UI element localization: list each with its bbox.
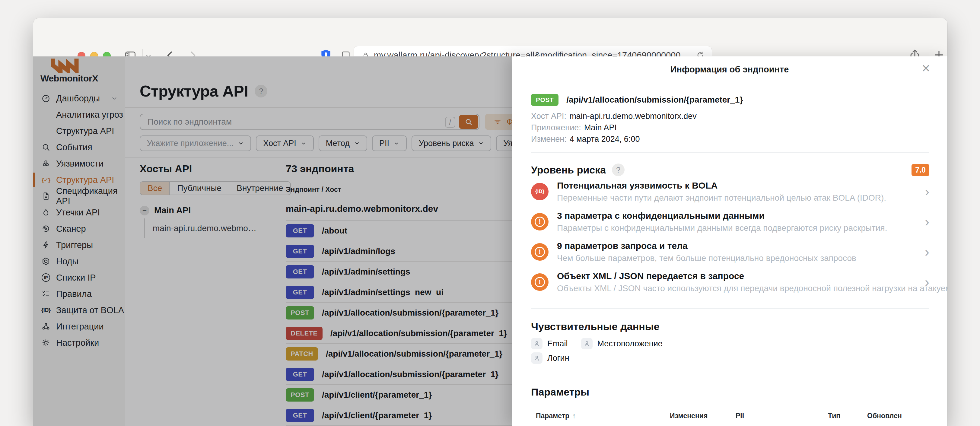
risk-item-many-params[interactable]: ! 9 параметров запроса и тела Чем больше… — [531, 237, 929, 267]
person-icon — [531, 338, 542, 350]
sensitive-tag-login[interactable]: Логин — [531, 352, 570, 364]
help-icon[interactable]: ? — [612, 164, 625, 176]
close-icon[interactable]: ✕ — [921, 63, 931, 74]
risk-item-bola[interactable]: {ID} Потенциальная уязвимость к BOLA Пер… — [531, 176, 929, 207]
chevron-right-icon: › — [925, 185, 929, 198]
browser-window: my.wallarm.ru/api-discovery?structure=al… — [33, 18, 947, 426]
panel-title: Информация об эндпоинте — [670, 65, 789, 75]
risk-item-sensitive-params[interactable]: ! 3 параметра с конфиденциальными данным… — [531, 207, 929, 237]
sort-asc-icon[interactable]: ↑ — [573, 412, 576, 420]
panel-divider — [531, 308, 929, 308]
sensitive-data-heading: Чувствительные данные — [531, 321, 929, 332]
bola-risk-icon: {ID} — [531, 183, 549, 200]
browser-toolbar: my.wallarm.ru/api-discovery?structure=al… — [33, 18, 947, 56]
sensitive-tag-email[interactable]: Email — [531, 338, 568, 350]
sensitive-tag-location[interactable]: Местоположение — [581, 338, 663, 350]
chevron-right-icon: › — [925, 215, 929, 228]
column-pii[interactable]: PII — [736, 412, 744, 420]
parameters-heading: Параметры — [531, 386, 929, 398]
method-badge: POST — [531, 94, 558, 106]
risk-score-badge: 7.0 — [912, 164, 929, 176]
endpoint-path: /api/v1/allocation/submission/{parameter… — [566, 95, 743, 105]
meta-application: Приложение:Main API — [531, 122, 929, 133]
risk-heading: Уровень риска — [531, 164, 606, 176]
meta-host: Хост API:main-api.ru.demo.webmonitorx.de… — [531, 111, 929, 122]
chevron-right-icon: › — [925, 275, 929, 289]
warning-risk-icon: ! — [531, 213, 549, 230]
panel-divider — [531, 153, 929, 153]
person-icon — [581, 338, 593, 350]
column-updated[interactable]: Обновлен — [867, 412, 902, 420]
warning-risk-icon: ! — [531, 273, 549, 291]
person-icon — [531, 352, 542, 364]
column-parameter[interactable]: Параметр↑ — [536, 412, 576, 420]
warning-risk-icon: ! — [531, 243, 549, 261]
meta-modified: Изменен:4 марта 2024, 6:00 — [531, 134, 929, 145]
risk-item-xml-json[interactable]: ! Объект XML / JSON передается в запросе… — [531, 267, 929, 297]
chevron-right-icon: › — [925, 245, 929, 259]
parameters-table-header: Параметр↑ Изменения PII Тип Обновлен — [512, 406, 947, 426]
endpoint-info-panel: Информация об эндпоинте ✕ POST /api/v1/a… — [512, 56, 947, 426]
column-changes[interactable]: Изменения — [670, 412, 708, 420]
column-type[interactable]: Тип — [828, 412, 840, 420]
